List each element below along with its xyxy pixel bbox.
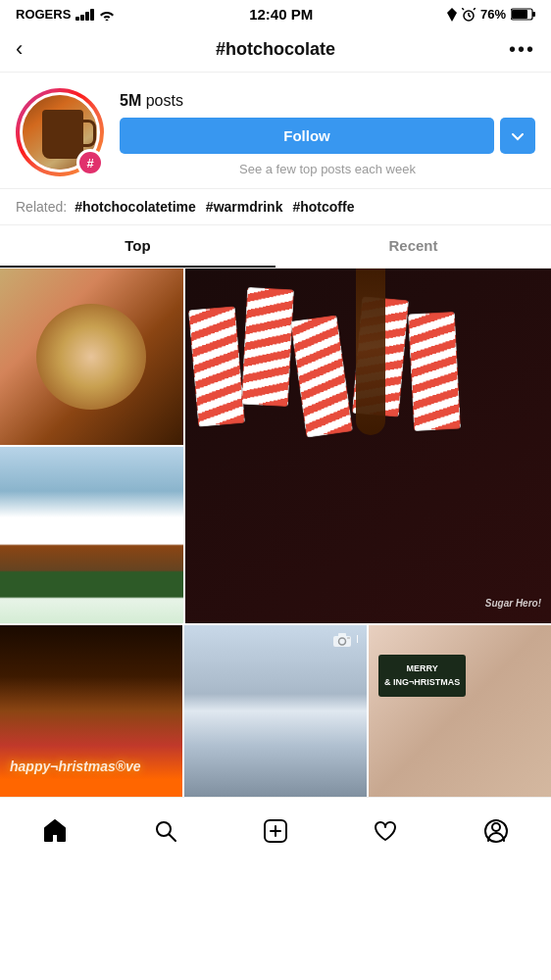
header: ‹ #hotchocolate ••• bbox=[0, 28, 551, 73]
chevron-down-icon bbox=[512, 133, 524, 141]
grid-cell-snow-car[interactable]: I bbox=[184, 625, 367, 797]
svg-rect-13 bbox=[347, 637, 350, 639]
follow-button[interactable]: Follow bbox=[120, 118, 494, 154]
tabs: Top Recent bbox=[0, 225, 551, 269]
more-options-button[interactable]: ••• bbox=[506, 38, 535, 61]
profile-section: # 5M posts Follow See a few top posts ea… bbox=[0, 73, 551, 188]
nav-profile[interactable] bbox=[475, 809, 518, 853]
status-bar: ROGERS 12:40 PM 76% bbox=[0, 0, 551, 28]
camera-icon: I bbox=[333, 633, 359, 651]
profile-info: 5M posts Follow See a few top posts each… bbox=[120, 88, 535, 176]
svg-line-6 bbox=[474, 8, 476, 10]
nav-home[interactable] bbox=[33, 809, 76, 853]
svg-line-4 bbox=[469, 16, 471, 17]
nav-heart[interactable] bbox=[364, 809, 407, 853]
svg-rect-12 bbox=[338, 633, 346, 637]
status-right: 76% bbox=[447, 7, 535, 22]
grid-cell-christmas-card[interactable] bbox=[369, 625, 551, 797]
nav-search[interactable] bbox=[144, 809, 187, 853]
svg-rect-8 bbox=[512, 10, 527, 19]
battery-label: 76% bbox=[480, 7, 506, 22]
signal-icon bbox=[75, 9, 94, 21]
grid-row2: I bbox=[0, 625, 551, 797]
tab-recent[interactable]: Recent bbox=[276, 225, 551, 268]
nav-add[interactable] bbox=[254, 809, 297, 853]
carrier-label: ROGERS bbox=[16, 7, 71, 22]
svg-rect-9 bbox=[532, 12, 535, 17]
related-tag-3[interactable]: #hotcoffe bbox=[292, 199, 354, 215]
avatar-container: # bbox=[16, 88, 104, 176]
tab-top[interactable]: Top bbox=[0, 225, 276, 268]
grid-cell-candy-cane[interactable]: Sugar Hero! bbox=[185, 269, 551, 623]
candy-cane-image: Sugar Hero! bbox=[185, 269, 551, 623]
location-icon bbox=[447, 8, 457, 22]
svg-line-5 bbox=[462, 8, 464, 10]
chocolate-pour bbox=[356, 269, 385, 435]
related-tags-section: Related: #hotchocolatetime #warmdrink #h… bbox=[0, 188, 551, 225]
follow-dropdown-button[interactable] bbox=[500, 118, 535, 154]
posts-count: 5M posts bbox=[120, 92, 535, 110]
grid-left-column bbox=[0, 269, 183, 623]
follow-hint: See a few top posts each week bbox=[120, 162, 535, 176]
bottom-nav bbox=[0, 797, 551, 872]
svg-point-20 bbox=[492, 823, 500, 831]
grid-cell-latte[interactable] bbox=[0, 269, 183, 445]
page-title: #hotchocolate bbox=[216, 39, 335, 60]
alarm-icon bbox=[462, 8, 476, 22]
back-button[interactable]: ‹ bbox=[16, 36, 45, 62]
related-tag-2[interactable]: #warmdrink bbox=[206, 199, 283, 215]
grid-cell-christmas-eve[interactable] bbox=[0, 625, 182, 797]
svg-point-0 bbox=[106, 19, 109, 21]
grid-cell-cabin[interactable] bbox=[0, 447, 183, 623]
sugar-hero-label: Sugar Hero! bbox=[485, 598, 541, 609]
related-tags-list: #hotchocolatetime #warmdrink #hotcoffe bbox=[75, 199, 354, 215]
related-tag-1[interactable]: #hotchocolatetime bbox=[75, 199, 196, 215]
wifi-icon bbox=[99, 9, 115, 21]
svg-marker-1 bbox=[447, 8, 457, 22]
svg-line-15 bbox=[169, 835, 175, 842]
status-time: 12:40 PM bbox=[249, 6, 313, 23]
image-grid: Sugar Hero! bbox=[0, 269, 551, 623]
battery-icon bbox=[511, 8, 535, 21]
follow-row: Follow bbox=[120, 118, 535, 154]
hashtag-badge: # bbox=[76, 149, 104, 176]
status-left: ROGERS bbox=[16, 7, 115, 22]
related-label: Related: bbox=[16, 199, 67, 215]
